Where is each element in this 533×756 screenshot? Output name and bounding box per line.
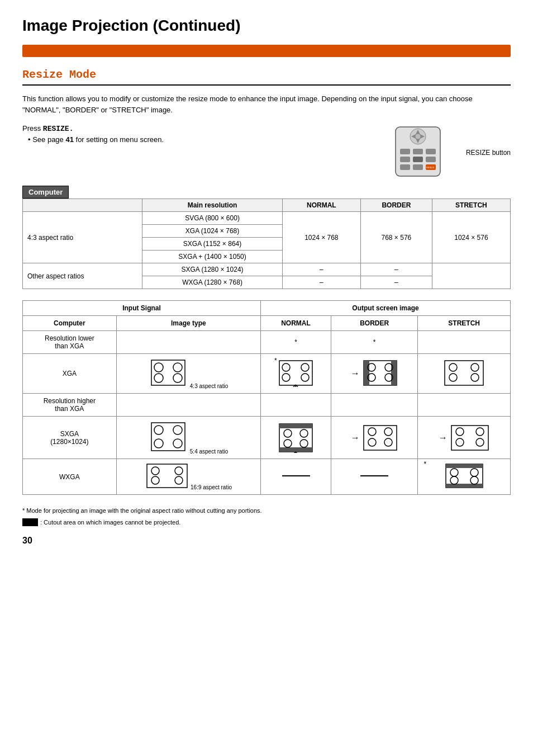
svg-point-50 (284, 429, 292, 437)
table-row: Resolution higherthan XGA (23, 394, 511, 417)
svg-point-40 (449, 374, 457, 381)
svg-point-23 (282, 363, 290, 371)
press-bold: RESIZE. (43, 125, 74, 133)
col-image-type-header: Image type (116, 316, 260, 331)
image-type-lower (116, 331, 260, 354)
input-signal-header: Input Signal (23, 301, 261, 316)
image-type-wxga: 16:9 aspect ratio (116, 459, 260, 495)
svg-rect-13 (400, 164, 410, 170)
svg-point-46 (173, 439, 182, 448)
computer-label: Computer (22, 186, 69, 199)
page-number: 30 (22, 536, 511, 546)
computer-table: Main resolution NORMAL BORDER STRETCH 4:… (22, 199, 511, 289)
other-border: – (360, 263, 432, 276)
svg-point-38 (449, 363, 457, 371)
svg-point-6 (415, 134, 421, 139)
other-border2: – (360, 276, 432, 289)
svg-rect-48 (279, 424, 312, 428)
resize-button-label: RESIZE button (466, 148, 511, 157)
stretch-wxga: * (418, 459, 511, 495)
svg-point-18 (154, 363, 163, 372)
normal-sxga (261, 417, 331, 459)
ar-label-54: 5:4 aspect ratio (190, 448, 228, 455)
res-wxga1280: WXGA (1280 × 768) (142, 276, 283, 289)
ar-diagram-43: 4:3 aspect ratio (122, 357, 255, 390)
svg-point-20 (154, 374, 163, 382)
svg-point-19 (173, 363, 182, 372)
svg-point-80 (470, 476, 478, 484)
aspect-ratio-label: 4:3 aspect ratio (23, 212, 142, 263)
svg-rect-12 (426, 157, 436, 162)
svg-point-45 (154, 439, 163, 448)
stretch-xga (418, 354, 511, 394)
computer-cell-higher: Resolution higherthan XGA (23, 394, 117, 417)
remote-svg: RESIZE (390, 124, 463, 180)
svg-point-65 (456, 438, 464, 446)
col-main-res: Main resolution (142, 199, 283, 212)
image-type-xga: 4:3 aspect ratio (116, 354, 260, 394)
svg-rect-7 (400, 149, 410, 154)
res-sxga1400: SXGA + (1400 × 1050) (142, 251, 283, 263)
press-section: Press RESIZE. • See page 41 for setting … (22, 124, 511, 180)
svg-point-58 (368, 428, 376, 436)
other-stretch (432, 263, 510, 289)
table-row: Other aspect ratios SXGA (1280 × 1024) –… (23, 263, 511, 276)
res-xga: XGA (1024 × 768) (142, 225, 283, 238)
border-sxga: → (331, 417, 418, 459)
svg-point-78 (470, 469, 478, 476)
normal-wxga (261, 459, 331, 495)
ar-label-43: 4:3 aspect ratio (190, 383, 228, 389)
res-sxga1152: SXGA (1152 × 864) (142, 238, 283, 251)
svg-point-68 (151, 467, 159, 475)
svg-point-26 (301, 374, 309, 381)
normal-value-43: 1024 × 768 (282, 212, 360, 263)
svg-rect-11 (413, 157, 423, 162)
other-aspect-label: Other aspect ratios (23, 263, 142, 289)
svg-point-21 (173, 374, 182, 382)
svg-rect-10 (400, 157, 410, 162)
normal-xga: * (261, 354, 331, 394)
svg-text:RESIZE: RESIZE (426, 166, 435, 169)
ar-diagram-54: 5:4 aspect ratio (122, 420, 255, 455)
svg-point-64 (476, 428, 484, 436)
press-resize-label: Press RESIZE. (22, 124, 390, 133)
ar-diagram-169: 16:9 aspect ratio (122, 462, 255, 491)
col-normal: NORMAL (282, 199, 360, 212)
svg-point-79 (450, 476, 458, 484)
normal-lower: * (261, 331, 331, 354)
svg-rect-8 (413, 149, 423, 154)
svg-rect-42 (151, 423, 185, 451)
orange-bar (22, 45, 511, 57)
col-stretch-header: STRETCH (418, 316, 511, 331)
bullet: • See page 41 for setting on menu screen… (28, 135, 390, 144)
ar-label-169: 16:9 aspect ratio (191, 484, 232, 490)
stretch-sxga: → (418, 417, 511, 459)
svg-rect-75 (446, 464, 483, 468)
description-text: This function allows you to modify or cu… (22, 93, 511, 115)
col-normal-header: NORMAL (261, 316, 331, 331)
press-text: Press RESIZE. • See page 41 for setting … (22, 124, 390, 149)
large-table: Input Signal Output screen image Compute… (22, 300, 511, 495)
image-type-higher (116, 394, 260, 417)
other-normal2: – (282, 276, 360, 289)
svg-point-71 (175, 476, 183, 484)
stretch-higher (418, 394, 511, 417)
svg-point-63 (456, 428, 464, 436)
col-computer-header: Computer (23, 316, 117, 331)
other-normal: – (282, 263, 360, 276)
svg-point-70 (151, 476, 159, 484)
svg-point-66 (476, 438, 484, 446)
svg-rect-49 (279, 447, 312, 452)
svg-point-43 (154, 426, 163, 434)
section-title: Resize Mode (22, 68, 511, 86)
remote-diagram: RESIZE RESIZE button (390, 124, 511, 180)
computer-cell-sxga: SXGA(1280×1024) (23, 417, 117, 459)
table-row: 4:3 aspect ratio SVGA (800 × 600) 1024 ×… (23, 212, 511, 225)
border-higher (331, 394, 418, 417)
footnote-star: * Mode for projecting an image with the … (22, 506, 511, 516)
border-xga: → (331, 354, 418, 394)
svg-point-39 (471, 363, 479, 371)
svg-point-52 (284, 440, 292, 447)
footnote-cutout: : Cutout area on which images cannot be … (22, 518, 511, 527)
svg-point-24 (301, 363, 309, 371)
